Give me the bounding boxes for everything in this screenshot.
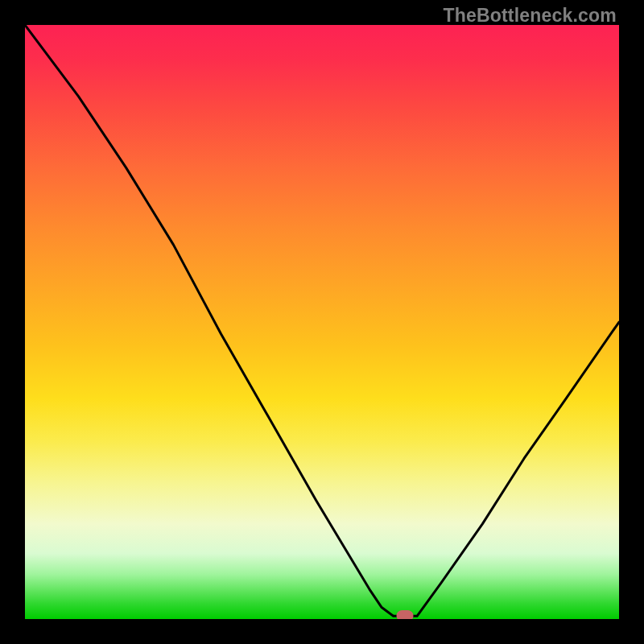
watermark-text: TheBottleneck.com: [443, 5, 617, 27]
chart-frame: TheBottleneck.com: [0, 0, 644, 644]
plot-area: [25, 25, 619, 619]
optimal-point-marker: [397, 610, 414, 619]
bottleneck-curve: [25, 25, 619, 619]
curve-path: [25, 25, 619, 616]
